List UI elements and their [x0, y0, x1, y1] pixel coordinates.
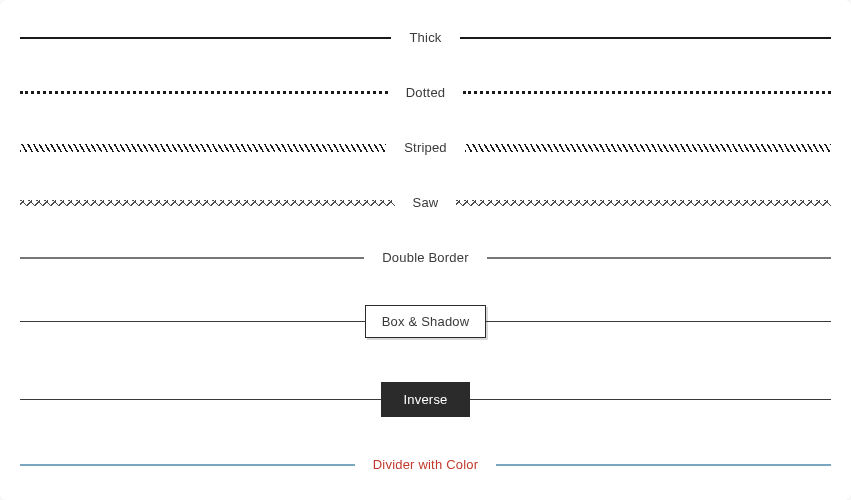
divider-line-left [20, 257, 364, 259]
divider-with-color: Divider with Color [20, 457, 831, 472]
divider-thick: Thick [20, 30, 831, 45]
divider-line-left [20, 399, 381, 400]
divider-label-saw: Saw [395, 195, 457, 210]
divider-label-thick: Thick [391, 30, 459, 45]
divider-label-color: Divider with Color [355, 457, 496, 472]
divider-label-inverse: Inverse [381, 382, 469, 417]
divider-line-left [20, 321, 365, 322]
divider-label-striped: Striped [386, 140, 465, 155]
divider-inverse: Inverse [20, 382, 831, 417]
divider-double-border: Double Border [20, 250, 831, 265]
divider-saw: Saw [20, 195, 831, 210]
divider-line-right [486, 321, 831, 322]
divider-line-right [470, 399, 831, 400]
divider-line-right [496, 464, 831, 466]
divider-line-left [20, 37, 391, 39]
divider-dotted: Dotted [20, 85, 831, 100]
divider-line-right [460, 37, 831, 39]
divider-line-right [487, 257, 831, 259]
divider-striped: Striped [20, 140, 831, 155]
divider-label-double: Double Border [364, 250, 486, 265]
divider-line-left [20, 144, 386, 152]
divider-line-left [20, 91, 388, 94]
divider-line-right [456, 200, 831, 206]
divider-box-shadow: Box & Shadow [20, 305, 831, 338]
divider-line-left [20, 464, 355, 466]
divider-label-dotted: Dotted [388, 85, 464, 100]
divider-line-left [20, 200, 395, 206]
divider-line-right [465, 144, 831, 152]
divider-label-box-shadow: Box & Shadow [365, 305, 487, 338]
divider-line-right [463, 91, 831, 94]
